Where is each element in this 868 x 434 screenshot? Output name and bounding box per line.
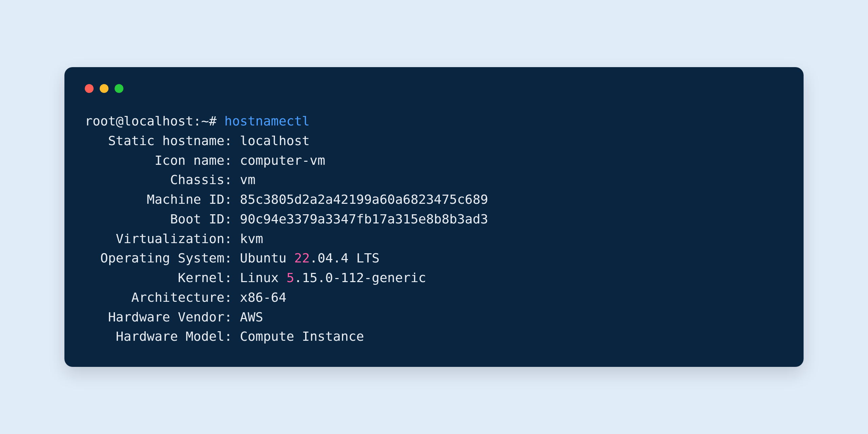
highlight-number: 5 bbox=[287, 270, 294, 285]
label: Chassis: bbox=[170, 172, 232, 187]
command: hostnamectl bbox=[224, 114, 310, 129]
value: 85c3805d2a2a42199a60a6823475c689 bbox=[240, 192, 488, 207]
value: AWS bbox=[240, 310, 263, 324]
row-operating-system: Operating System: Ubuntu 22.04.4 LTS bbox=[85, 249, 783, 268]
terminal-output[interactable]: root@localhost:~# hostnamectl Static hos… bbox=[85, 112, 783, 347]
row-architecture: Architecture: x86-64 bbox=[85, 288, 783, 308]
close-icon[interactable] bbox=[85, 84, 94, 93]
terminal-window: root@localhost:~# hostnamectl Static hos… bbox=[64, 67, 804, 367]
row-kernel: Kernel: Linux 5.15.0-112-generic bbox=[85, 268, 783, 288]
row-virtualization: Virtualization: kvm bbox=[85, 229, 783, 249]
row-hardware-vendor: Hardware Vendor: AWS bbox=[85, 308, 783, 327]
shell-prompt: root@localhost:~# bbox=[85, 114, 217, 129]
highlight-number: 22 bbox=[294, 251, 310, 265]
label: Hardware Vendor: bbox=[108, 310, 232, 324]
value-suffix: .15.0-112-generic bbox=[294, 270, 426, 285]
value: 90c94e3379a3347fb17a315e8b8b3ad3 bbox=[240, 212, 488, 226]
window-controls bbox=[85, 84, 783, 93]
value: vm bbox=[240, 172, 256, 187]
maximize-icon[interactable] bbox=[115, 84, 123, 93]
value: x86-64 bbox=[240, 290, 287, 305]
label: Virtualization: bbox=[116, 231, 232, 246]
value: localhost bbox=[240, 133, 310, 148]
label: Icon name: bbox=[155, 153, 232, 168]
value-prefix: Ubuntu bbox=[240, 251, 294, 265]
value-suffix: .04.4 LTS bbox=[310, 251, 380, 265]
row-machine-id: Machine ID: 85c3805d2a2a42199a60a6823475… bbox=[85, 190, 783, 210]
row-chassis: Chassis: vm bbox=[85, 170, 783, 190]
row-boot-id: Boot ID: 90c94e3379a3347fb17a315e8b8b3ad… bbox=[85, 210, 783, 229]
value: computer-vm bbox=[240, 153, 326, 168]
minimize-icon[interactable] bbox=[100, 84, 108, 93]
label: Boot ID: bbox=[170, 212, 232, 226]
label: Hardware Model: bbox=[116, 329, 232, 344]
row-hardware-model: Hardware Model: Compute Instance bbox=[85, 327, 783, 347]
row-icon-name: Icon name: computer-vm bbox=[85, 151, 783, 171]
label: Static hostname: bbox=[108, 133, 232, 148]
label: Architecture: bbox=[131, 290, 232, 305]
prompt-line: root@localhost:~# hostnamectl bbox=[85, 112, 783, 131]
value-prefix: Linux bbox=[240, 270, 287, 285]
label: Machine ID: bbox=[147, 192, 232, 207]
value: Compute Instance bbox=[240, 329, 364, 344]
value: kvm bbox=[240, 231, 263, 246]
label: Operating System: bbox=[100, 251, 232, 265]
label: Kernel: bbox=[178, 270, 232, 285]
row-static-hostname: Static hostname: localhost bbox=[85, 131, 783, 151]
